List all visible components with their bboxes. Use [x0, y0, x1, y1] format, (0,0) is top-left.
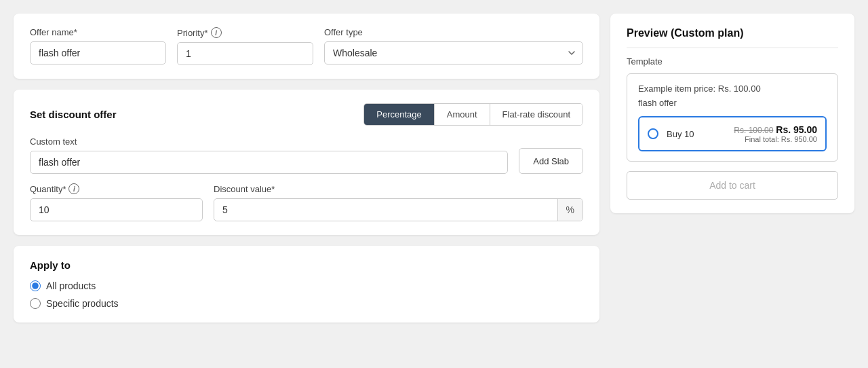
preview-offer-name-text: flash offer: [638, 98, 827, 108]
discount-tab-group: Percentage Amount Flat-rate discount: [363, 103, 583, 126]
apply-to-card: Apply to All products Specific products: [14, 246, 599, 323]
preview-divider: [627, 48, 838, 48]
preview-slab: Buy 10 Rs. 100.00 Rs. 95.00 Final total:…: [638, 116, 827, 151]
apply-all-radio[interactable]: [30, 280, 41, 291]
quantity-discount-row: Quantity* i Discount value* %: [30, 183, 583, 221]
preview-card: Preview (Custom plan) Template Example i…: [610, 14, 854, 213]
custom-text-group: Custom text: [30, 136, 508, 174]
preview-template-label: Template: [627, 56, 838, 67]
discount-suffix: %: [557, 199, 583, 221]
tab-percentage[interactable]: Percentage: [364, 104, 435, 125]
tab-flat-rate[interactable]: Flat-rate discount: [490, 104, 583, 125]
add-to-cart-button[interactable]: Add to cart: [627, 171, 838, 200]
apply-to-radio-group: All products Specific products: [30, 280, 583, 309]
custom-text-row: Custom text Add Slab: [30, 136, 583, 174]
offer-type-select[interactable]: Wholesale Retail Custom: [324, 41, 583, 65]
preview-total: Final total: Rs. 950.00: [734, 135, 817, 143]
right-column: Preview (Custom plan) Template Example i…: [610, 14, 854, 354]
priority-label: Priority* i: [177, 27, 313, 38]
preview-title: Preview (Custom plan): [627, 27, 838, 39]
set-discount-title: Set discount offer: [30, 109, 117, 120]
set-discount-header: Set discount offer Percentage Amount Fla…: [30, 103, 583, 126]
discount-value-input[interactable]: [214, 199, 557, 221]
apply-all-products[interactable]: All products: [30, 280, 583, 291]
left-column: Offer name* Priority* i Offer type Whole…: [14, 14, 599, 354]
offer-name-group: Offer name*: [30, 27, 166, 65]
preview-slab-prices: Rs. 100.00 Rs. 95.00 Final total: Rs. 95…: [734, 124, 817, 143]
apply-specific-products[interactable]: Specific products: [30, 298, 583, 309]
apply-to-title: Apply to: [30, 259, 583, 271]
priority-group: Priority* i: [177, 27, 313, 65]
tab-amount[interactable]: Amount: [435, 104, 490, 125]
quantity-info-icon[interactable]: i: [68, 183, 79, 194]
preview-old-price: Rs. 100.00 Rs. 95.00: [734, 124, 817, 135]
set-discount-card: Set discount offer Percentage Amount Fla…: [14, 90, 599, 235]
offer-details-row: Offer name* Priority* i Offer type Whole…: [30, 27, 583, 65]
apply-specific-radio[interactable]: [30, 298, 41, 309]
offer-name-label: Offer name*: [30, 27, 166, 37]
add-slab-button[interactable]: Add Slab: [519, 148, 583, 174]
preview-item-price: Example item price: Rs. 100.00: [638, 84, 827, 94]
offer-type-group: Offer type Wholesale Retail Custom: [324, 27, 583, 65]
discount-form: Custom text Add Slab Quantity* i Discoun…: [30, 136, 583, 221]
preview-slab-radio: [648, 128, 658, 139]
offer-details-card: Offer name* Priority* i Offer type Whole…: [14, 14, 599, 79]
preview-box: Example item price: Rs. 100.00 flash off…: [627, 73, 838, 162]
preview-slab-qty: Buy 10: [667, 129, 694, 139]
offer-type-label: Offer type: [324, 27, 583, 37]
discount-value-group: Discount value* %: [214, 184, 583, 221]
discount-value-label: Discount value*: [214, 184, 583, 194]
priority-input[interactable]: [177, 42, 313, 65]
custom-text-input[interactable]: [30, 151, 508, 174]
discount-value-input-wrapper: %: [214, 198, 583, 221]
priority-info-icon[interactable]: i: [211, 27, 222, 38]
quantity-input[interactable]: [30, 198, 203, 221]
quantity-label: Quantity* i: [30, 183, 203, 194]
offer-name-input[interactable]: [30, 41, 166, 65]
quantity-group: Quantity* i: [30, 183, 203, 221]
custom-text-label: Custom text: [30, 136, 508, 147]
